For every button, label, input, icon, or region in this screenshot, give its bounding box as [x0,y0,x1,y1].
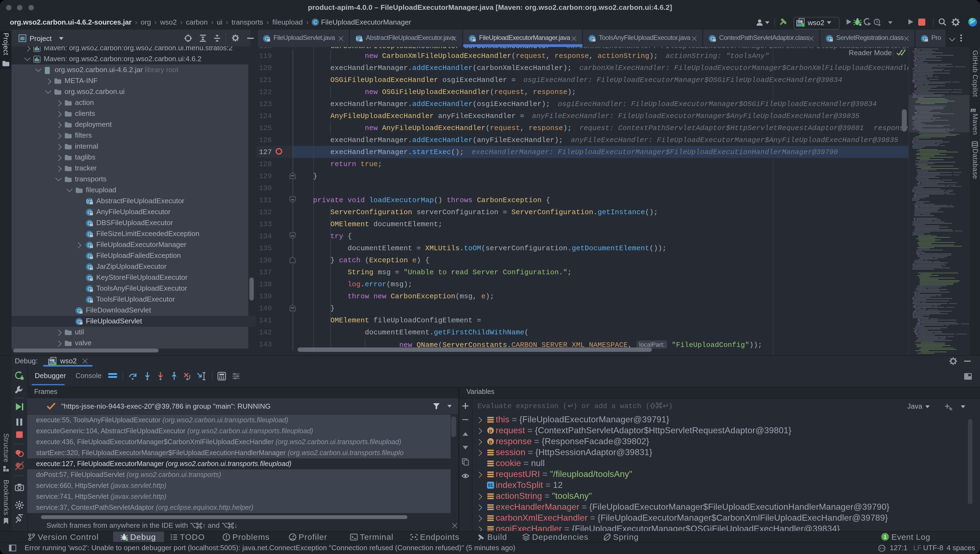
svg-text:1: 1 [884,534,886,540]
svg-text:p: p [489,438,492,444]
svg-text:p: p [489,428,492,433]
svg-text:C: C [314,19,318,25]
svg-text:01: 01 [488,483,493,487]
